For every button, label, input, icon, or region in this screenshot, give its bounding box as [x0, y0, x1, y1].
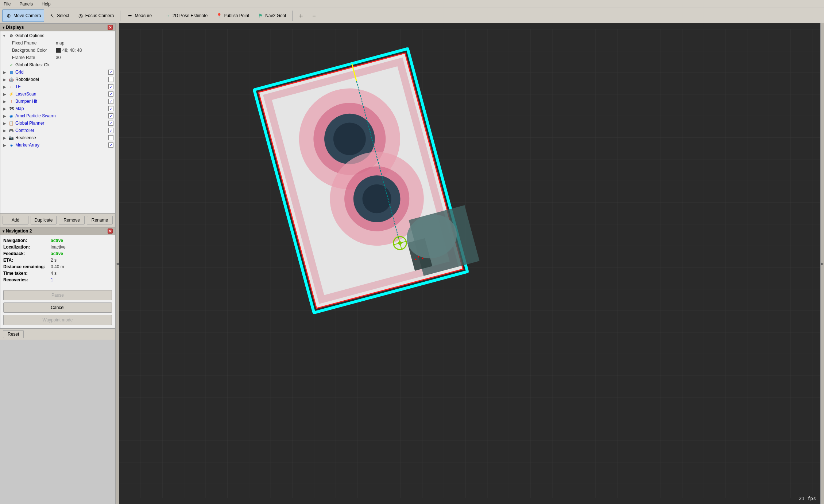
- nav-key-distance: Distance remaining:: [3, 264, 51, 269]
- move-camera-button[interactable]: ⊕ Move Camera: [2, 9, 44, 22]
- tf-label: TF: [15, 84, 107, 89]
- displays-panel-header[interactable]: ▾ Displays ✕: [0, 23, 115, 31]
- tree-item-controller[interactable]: ▶ 🎮 Controller ✓: [0, 127, 115, 134]
- grid-arrow: ▶: [3, 70, 8, 74]
- controller-arrow: ▶: [3, 129, 8, 133]
- marker-array-icon: ◈: [8, 142, 14, 148]
- tree-item-marker-array[interactable]: ▶ ◈ MarkerArray ✓: [0, 141, 115, 149]
- add-panel-button[interactable]: ＋: [295, 11, 306, 20]
- robot-model-checkbox[interactable]: [108, 77, 113, 82]
- nav-row-time: Time taken: 4 s: [3, 271, 112, 276]
- tree-item-laser-scan[interactable]: ▶ ⚡ LaserScan ✓: [0, 90, 115, 98]
- rename-button[interactable]: Rename: [87, 216, 113, 224]
- realsense-label: Realsense: [15, 135, 107, 140]
- realsense-icon: 📷: [8, 135, 14, 141]
- bumper-hit-arrow: ▶: [3, 99, 8, 103]
- frame-rate-label: Frame Rate: [12, 55, 56, 60]
- tree-item-tf[interactable]: ▶ ↔ TF ✓: [0, 83, 115, 90]
- controller-checkbox[interactable]: ✓: [108, 128, 113, 133]
- remove-button[interactable]: Remove: [59, 216, 85, 224]
- realsense-arrow: ▶: [3, 136, 8, 140]
- marker-array-label: MarkerArray: [15, 142, 107, 148]
- menu-panels[interactable]: Panels: [17, 1, 35, 7]
- tree-item-bumper-hit[interactable]: ▶ ! Bumper Hit ✓: [0, 98, 115, 105]
- pause-button[interactable]: Pause: [3, 290, 112, 300]
- minus-button[interactable]: －: [311, 11, 317, 20]
- bumper-hit-checkbox[interactable]: ✓: [108, 99, 113, 104]
- tree-item-map[interactable]: ▶ 🗺 Map ✓: [0, 105, 115, 112]
- measure-button[interactable]: ━ Measure: [123, 9, 155, 22]
- select-button[interactable]: ↖ Select: [46, 9, 72, 22]
- nav-row-recoveries: Recoveries: 1: [3, 277, 112, 282]
- tf-checkbox[interactable]: ✓: [108, 84, 113, 89]
- tree-item-fixed-frame[interactable]: Fixed Frame map: [0, 39, 115, 47]
- duplicate-button[interactable]: Duplicate: [31, 216, 57, 224]
- amcl-arrow: ▶: [3, 114, 8, 118]
- background-color-value: 48; 48; 48: [56, 48, 82, 53]
- navigation-panel-header[interactable]: ▾ Navigation 2 ✕: [0, 227, 115, 235]
- fixed-frame-label: Fixed Frame: [12, 40, 56, 46]
- tree-item-grid[interactable]: ▶ ▦ Grid ✓: [0, 69, 115, 76]
- tree-item-robot-model[interactable]: ▶ 🤖 RobotModel: [0, 76, 115, 83]
- nav-val-localization: inactive: [51, 245, 66, 250]
- visualization-area[interactable]: 21 fps: [119, 23, 820, 504]
- displays-expand-arrow: ▾: [3, 26, 4, 30]
- left-panel-collapse-handle[interactable]: ◀: [115, 23, 119, 504]
- main-content: ▾ Displays ✕ ▾ ⚙ Global Options Fixed Fr…: [0, 23, 824, 504]
- add-button[interactable]: Add: [3, 216, 28, 224]
- marker-array-checkbox[interactable]: ✓: [108, 142, 113, 148]
- reset-bar: Reset: [0, 328, 115, 340]
- select-icon: ↖: [49, 12, 55, 19]
- laser-scan-label: LaserScan: [15, 91, 107, 97]
- global-status-icon: ✓: [8, 62, 14, 68]
- menu-help[interactable]: Help: [39, 1, 53, 7]
- left-panel: ▾ Displays ✕ ▾ ⚙ Global Options Fixed Fr…: [0, 23, 115, 504]
- tree-item-background-color[interactable]: Background Color 48; 48; 48: [0, 47, 115, 54]
- global-planner-icon: 📋: [8, 120, 14, 126]
- tree-item-global-planner[interactable]: ▶ 📋 Global Planner ✓: [0, 120, 115, 127]
- nav-row-navigation: Navigation: active: [3, 238, 112, 243]
- measure-icon: ━: [127, 12, 133, 19]
- menu-bar: File Panels Help: [0, 0, 824, 8]
- toolbar-separator-3: [292, 11, 293, 21]
- laser-scan-arrow: ▶: [3, 92, 8, 96]
- displays-buttons: Add Duplicate Remove Rename: [0, 214, 115, 227]
- nav2-goal-button[interactable]: ⚑ Nav2 Goal: [254, 9, 289, 22]
- reset-button[interactable]: Reset: [3, 330, 24, 338]
- laser-scan-checkbox[interactable]: ✓: [108, 91, 113, 97]
- 2d-pose-button[interactable]: → 2D Pose Estimate: [161, 9, 211, 22]
- amcl-icon: ◉: [8, 113, 14, 119]
- publish-point-button[interactable]: 📍 Publish Point: [212, 9, 252, 22]
- background-color-swatch: [56, 48, 61, 53]
- global-options-icon: ⚙: [8, 33, 14, 39]
- waypoint-mode-button[interactable]: Waypoint mode: [3, 315, 112, 325]
- controller-icon: 🎮: [8, 128, 14, 133]
- frame-rate-value: 30: [56, 55, 61, 60]
- tree-item-realsense[interactable]: ▶ 📷 Realsense: [0, 134, 115, 141]
- measure-label: Measure: [135, 13, 152, 18]
- realsense-checkbox[interactable]: [108, 135, 113, 140]
- fps-counter: 21 fps: [799, 496, 816, 501]
- navigation-panel: ▾ Navigation 2 ✕ Navigation: active Loca…: [0, 227, 115, 328]
- nav-val-recoveries[interactable]: 1: [51, 277, 53, 282]
- cancel-button[interactable]: Cancel: [3, 302, 112, 313]
- nav-val-eta: 2 s: [51, 258, 57, 263]
- amcl-checkbox[interactable]: ✓: [108, 113, 113, 118]
- tree-item-frame-rate[interactable]: Frame Rate 30: [0, 54, 115, 61]
- nav-val-feedback: active: [51, 251, 63, 256]
- map-checkbox[interactable]: ✓: [108, 106, 113, 111]
- global-planner-checkbox[interactable]: ✓: [108, 121, 113, 126]
- tree-item-global-options[interactable]: ▾ ⚙ Global Options: [0, 32, 115, 39]
- focus-camera-button[interactable]: ◎ Focus Camera: [74, 9, 117, 22]
- robot-model-arrow: ▶: [3, 78, 8, 82]
- displays-close-button[interactable]: ✕: [108, 25, 113, 30]
- navigation-close-button[interactable]: ✕: [108, 228, 113, 234]
- right-panel-collapse-handle[interactable]: ▶: [820, 23, 824, 504]
- nav-key-navigation: Navigation:: [3, 238, 51, 243]
- menu-file[interactable]: File: [1, 1, 13, 7]
- 2d-pose-label: 2D Pose Estimate: [173, 13, 208, 18]
- displays-tree[interactable]: ▾ ⚙ Global Options Fixed Frame map Backg…: [0, 31, 115, 214]
- tree-item-amcl[interactable]: ▶ ◉ Amcl Particle Swarm ✓: [0, 112, 115, 120]
- grid-checkbox[interactable]: ✓: [108, 70, 113, 75]
- amcl-label: Amcl Particle Swarm: [15, 113, 107, 118]
